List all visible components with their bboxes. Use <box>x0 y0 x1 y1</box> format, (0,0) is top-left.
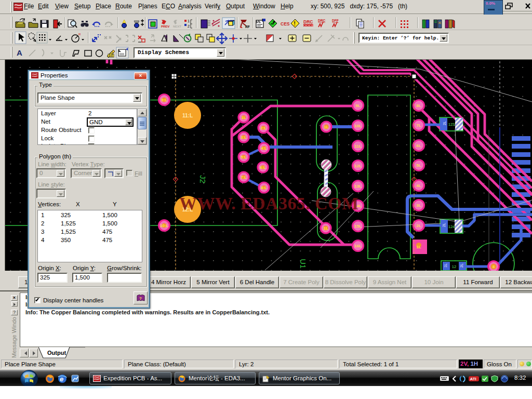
svg-text:A: A <box>17 48 22 57</box>
svg-text:8L: 8L <box>416 103 421 108</box>
svg-text:J2: J2 <box>198 175 207 183</box>
svg-text:124: 124 <box>448 224 455 229</box>
svg-text:11L: 11L <box>354 144 361 149</box>
svg-text:CES: CES <box>281 21 290 26</box>
svg-text:7:L: 7:L <box>241 175 247 180</box>
svg-text:4L: 4L <box>416 183 421 188</box>
svg-text:2L: 2L <box>443 121 446 125</box>
svg-text:!: ! <box>294 21 296 26</box>
svg-text:13L: 13L <box>354 184 362 189</box>
svg-text:7L: 7L <box>416 123 421 128</box>
svg-text:4:L: 4:L <box>261 146 267 151</box>
svg-text:123: 123 <box>448 122 455 127</box>
svg-text:2L: 2L <box>460 263 463 268</box>
svg-text:16L: 16L <box>354 244 362 248</box>
svg-text:DRC: DRC <box>318 19 325 22</box>
svg-text:3:L: 3:L <box>241 135 247 140</box>
svg-text:5:L: 5:L <box>241 155 247 159</box>
svg-text:RF: RF <box>245 25 250 29</box>
svg-text:11:L: 11:L <box>182 113 193 118</box>
svg-text:ATI: ATI <box>470 377 476 381</box>
svg-text:1L: 1L <box>323 226 328 231</box>
svg-text:1: 1 <box>188 19 190 23</box>
svg-text:R: R <box>78 33 81 36</box>
svg-text:2L: 2L <box>442 223 446 227</box>
svg-text:?: ? <box>139 296 142 301</box>
svg-text:1L: 1L <box>324 125 328 129</box>
svg-text:PREV: PREV <box>161 25 169 28</box>
svg-text:6:L: 6:L <box>260 165 266 170</box>
svg-text:12L: 12L <box>354 164 362 168</box>
svg-text:1L: 1L <box>444 263 447 268</box>
svg-text:2: 2 <box>188 24 190 28</box>
svg-text:15L: 15L <box>354 224 362 229</box>
svg-text:1L: 1L <box>241 115 246 120</box>
svg-text:3L: 3L <box>416 203 421 208</box>
svg-text:8:L: 8:L <box>261 185 267 190</box>
svg-text:8: 8 <box>493 264 495 269</box>
svg-text:2:L: 2:L <box>260 126 267 130</box>
svg-text:9:L: 9:L <box>161 98 167 102</box>
svg-text:1L: 1L <box>416 245 421 249</box>
svg-text:DRC: DRC <box>303 19 313 24</box>
svg-text:5L: 5L <box>416 163 421 168</box>
svg-text:U1: U1 <box>299 259 308 269</box>
svg-text:NEXT: NEXT <box>173 25 181 28</box>
svg-text:WWW. EDA365. COM: WWW. EDA365. COM <box>179 194 358 213</box>
svg-text:2L: 2L <box>416 223 421 228</box>
svg-text:12: 12 <box>452 264 456 269</box>
svg-text:6L: 6L <box>416 143 421 148</box>
svg-text:Output: Output <box>47 350 66 356</box>
svg-text:9L: 9L <box>355 103 360 108</box>
svg-text:10:L: 10:L <box>160 223 169 228</box>
svg-text:DFF: DFF <box>332 19 339 22</box>
svg-text:10L: 10L <box>354 124 362 128</box>
